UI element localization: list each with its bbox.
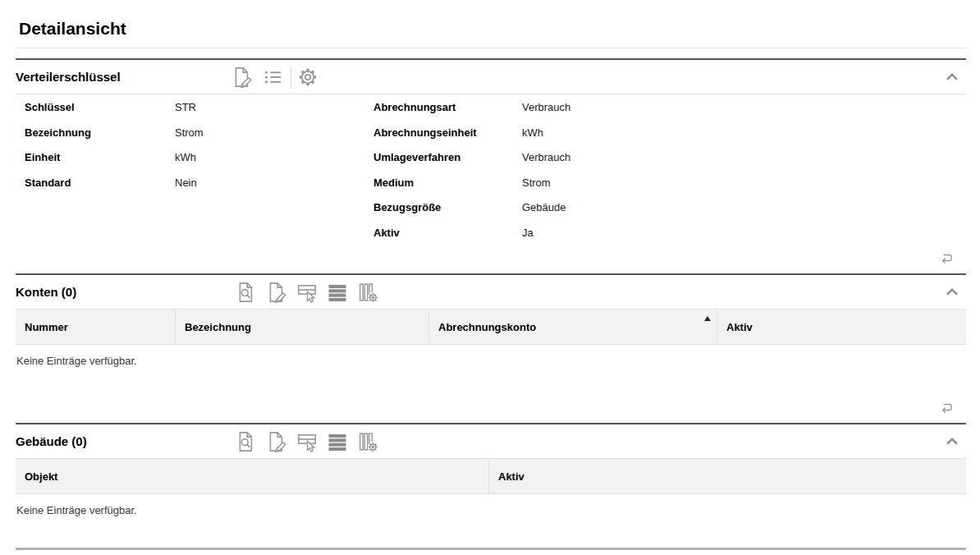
field-value: Strom	[522, 177, 551, 202]
collapse-section-button[interactable]	[941, 281, 964, 304]
section-verteilerschluessel: Verteilerschlüssel	[16, 58, 966, 273]
column-header-label: Nummer	[25, 321, 68, 333]
column-header-aktiv[interactable]: Aktiv	[488, 459, 966, 493]
return-arrow-icon	[936, 398, 959, 418]
table-body: Keine Einträge verfügbar.	[16, 494, 966, 548]
field-label: Schlüssel	[25, 101, 175, 126]
dense-rows-icon	[326, 281, 349, 304]
select-rows-icon	[295, 430, 318, 453]
field-abrechnungsart: Abrechnungsart Verbrauch	[373, 101, 966, 126]
field-value: Verbrauch	[522, 101, 570, 126]
document-edit-icon	[265, 430, 288, 453]
section-konten: Konten (0)	[16, 273, 966, 423]
collapse-section-button[interactable]	[941, 66, 964, 89]
column-header-label: Abrechnungskonto	[438, 321, 536, 333]
section-body: Schlüssel STR Bezeichnung Strom Einheit …	[16, 94, 966, 273]
list-icon	[261, 66, 284, 89]
field-value: Verbrauch	[522, 151, 570, 177]
dense-rows-button[interactable]	[325, 429, 350, 454]
field-bezugsgroesse: Bezugsgröße Gebäude	[373, 201, 966, 227]
column-header-label: Aktiv	[498, 470, 524, 483]
columns-settings-icon	[356, 430, 379, 453]
section-title: Gebäude (0)	[16, 434, 87, 448]
field-value: kWh	[522, 126, 543, 152]
field-value: Strom	[175, 126, 204, 152]
edit-button[interactable]	[230, 65, 254, 89]
select-rows-button[interactable]	[295, 280, 319, 305]
empty-table-message: Keine Einträge verfügbar.	[16, 494, 966, 516]
column-header-objekt[interactable]: Objekt	[16, 459, 488, 493]
column-header-abrechnungskonto[interactable]: Abrechnungskonto	[428, 310, 717, 344]
field-label: Bezeichnung	[25, 126, 175, 152]
section-header: Konten (0)	[16, 275, 966, 310]
document-view-icon	[235, 281, 258, 304]
columns-settings-icon	[356, 281, 379, 304]
fields-column-right: Abrechnungsart Verbrauch Abrechnungseinh…	[373, 101, 966, 251]
detail-view: Detailansicht Verteilerschlüssel	[16, 20, 966, 550]
column-settings-button[interactable]	[355, 280, 380, 305]
field-abrechnungseinheit: Abrechnungseinheit kWh	[373, 126, 966, 152]
field-standard: Standard Nein	[25, 177, 373, 202]
column-header-label: Objekt	[25, 470, 57, 483]
undo-button[interactable]	[936, 399, 959, 417]
section-title: Verteilerschlüssel	[16, 70, 121, 84]
collapse-section-button[interactable]	[941, 430, 964, 453]
edit-button[interactable]	[264, 429, 289, 454]
field-label: Bezugsgröße	[373, 201, 522, 227]
document-edit-icon	[231, 66, 254, 89]
field-label: Medium	[373, 177, 522, 202]
toolbar	[234, 280, 386, 305]
toolbar	[234, 429, 386, 454]
field-value: Gebäude	[522, 201, 566, 227]
list-button[interactable]	[260, 65, 285, 89]
column-settings-button[interactable]	[355, 429, 380, 454]
section-title: Konten (0)	[16, 285, 76, 299]
field-umlageverfahren: Umlageverfahren Verbrauch	[373, 151, 966, 177]
title-divider	[16, 48, 966, 48]
view-button[interactable]	[234, 429, 259, 454]
document-edit-icon	[265, 281, 288, 304]
table-header-row: Objekt Aktiv	[16, 459, 966, 494]
column-header-label: Aktiv	[726, 321, 753, 333]
view-button[interactable]	[234, 280, 259, 305]
field-value: kWh	[175, 151, 196, 177]
dense-rows-icon	[326, 430, 349, 453]
dense-rows-button[interactable]	[325, 280, 350, 305]
select-rows-icon	[295, 281, 318, 304]
gear-icon	[296, 66, 319, 89]
document-view-icon	[235, 430, 258, 453]
field-aktiv: Aktiv Ja	[373, 227, 966, 252]
section-header: Verteilerschlüssel	[16, 60, 966, 94]
toolbar-separator	[291, 67, 291, 89]
undo-button[interactable]	[936, 250, 959, 268]
field-label: Aktiv	[373, 227, 522, 252]
field-einheit: Einheit kWh	[25, 151, 373, 177]
field-bezeichnung: Bezeichnung Strom	[25, 126, 373, 152]
toolbar	[230, 65, 326, 89]
field-label: Einheit	[25, 151, 175, 177]
section-header: Gebäude (0)	[16, 424, 966, 459]
return-arrow-icon	[936, 249, 959, 268]
field-label: Abrechnungsart	[373, 101, 522, 126]
field-value: Ja	[522, 227, 534, 252]
chevron-up-icon	[941, 431, 963, 452]
sort-ascending-icon	[704, 316, 711, 321]
column-header-aktiv[interactable]: Aktiv	[717, 310, 966, 344]
field-label: Abrechnungseinheit	[373, 126, 522, 152]
edit-button[interactable]	[264, 280, 289, 305]
fields-column-left: Schlüssel STR Bezeichnung Strom Einheit …	[16, 101, 373, 251]
field-schluessel: Schlüssel STR	[25, 101, 373, 126]
select-rows-button[interactable]	[295, 429, 319, 454]
page-title: Detailansicht	[19, 20, 966, 38]
field-label: Umlageverfahren	[373, 151, 522, 177]
empty-table-message: Keine Einträge verfügbar.	[16, 345, 966, 367]
column-header-bezeichnung[interactable]: Bezeichnung	[175, 310, 428, 344]
settings-button[interactable]	[295, 65, 320, 89]
field-value: STR	[175, 101, 196, 126]
column-header-nummer[interactable]: Nummer	[16, 310, 175, 344]
chevron-up-icon	[941, 67, 963, 88]
field-value: Nein	[175, 177, 197, 202]
field-label: Standard	[25, 177, 175, 202]
section-gebaeude: Gebäude (0)	[16, 423, 966, 550]
field-medium: Medium Strom	[373, 177, 966, 202]
